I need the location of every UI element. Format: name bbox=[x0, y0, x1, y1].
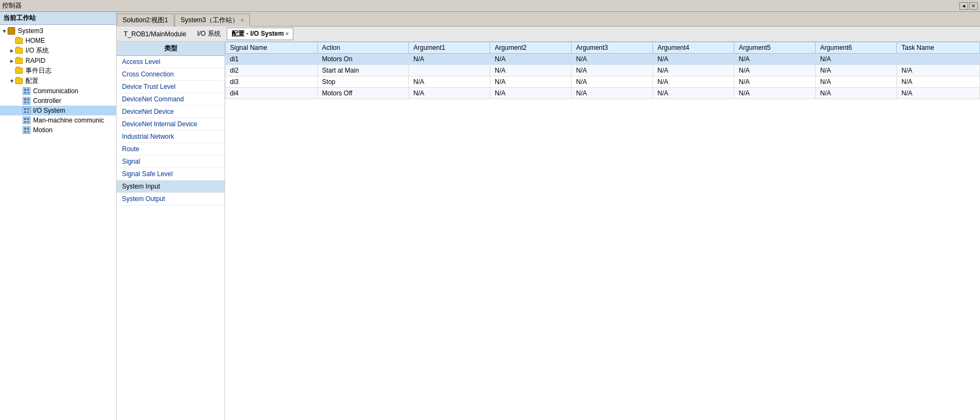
sidebar-label-io-system-cfg: I/O System bbox=[33, 107, 65, 114]
sidebar: 当前工作站 ▼System3HOME►I/O 系统►RAPID事件日志▼配置Co… bbox=[0, 12, 117, 420]
sidebar-label-event-log: 事件日志 bbox=[25, 66, 52, 75]
table-cell-1-5: N/A bbox=[653, 65, 734, 76]
category-item-signal-safe-level[interactable]: Signal Safe Level bbox=[117, 168, 225, 180]
table-cell-0-4: N/A bbox=[572, 54, 653, 65]
table-cell-0-5: N/A bbox=[653, 54, 734, 65]
tab-solution2[interactable]: Solution2:视图1 bbox=[117, 14, 174, 27]
collapse-button[interactable]: ◄ bbox=[959, 2, 968, 10]
folder-icon-config bbox=[15, 77, 24, 86]
tab-close-system3[interactable]: × bbox=[241, 17, 244, 23]
grid-icon-man-machine bbox=[23, 116, 31, 125]
sidebar-label-motion: Motion bbox=[33, 126, 53, 134]
grid-icon-controller bbox=[23, 96, 31, 105]
sub-tab-io-sys[interactable]: I/O 系统 bbox=[192, 28, 225, 40]
data-panel: Signal NameActionArgument1Argument2Argum… bbox=[225, 42, 980, 420]
sidebar-label-controller: Controller bbox=[33, 97, 61, 105]
sidebar-label-communication: Communication bbox=[33, 87, 78, 95]
sidebar-item-communication[interactable]: Communication bbox=[0, 86, 116, 96]
category-header: 类型 bbox=[117, 42, 225, 56]
sub-tab-close-config-io[interactable]: × bbox=[285, 31, 289, 37]
table-cell-3-8: N/A bbox=[897, 88, 980, 99]
table-cell-2-8: N/A bbox=[897, 76, 980, 88]
table-cell-1-4: N/A bbox=[572, 65, 653, 76]
table-cell-1-6: N/A bbox=[734, 65, 816, 76]
table-row[interactable]: di2Start at MainN/AN/AN/AN/AN/AN/A bbox=[226, 65, 980, 76]
data-table: Signal NameActionArgument1Argument2Argum… bbox=[225, 42, 980, 99]
grid-icon-io-system-cfg bbox=[23, 106, 31, 115]
col-header-argument4: Argument4 bbox=[653, 42, 734, 54]
sub-tabs-row: T_ROB1/MainModuleI/O 系统配置 - I/O System× bbox=[117, 27, 980, 42]
sidebar-item-io-system-cfg[interactable]: I/O System bbox=[0, 106, 116, 115]
sub-tab-t-rob1[interactable]: T_ROB1/MainModule bbox=[119, 29, 191, 40]
sidebar-item-event-log[interactable]: 事件日志 bbox=[0, 66, 116, 76]
table-cell-0-8 bbox=[897, 54, 980, 65]
table-cell-3-2: N/A bbox=[409, 88, 490, 99]
col-header-argument6: Argument6 bbox=[816, 42, 897, 54]
table-cell-2-5: N/A bbox=[653, 76, 734, 88]
table-cell-3-7: N/A bbox=[816, 88, 897, 99]
category-item-access-level[interactable]: Access Level bbox=[117, 56, 225, 68]
col-header-signal-name: Signal Name bbox=[226, 42, 318, 54]
table-row[interactable]: di1Motors OnN/AN/AN/AN/AN/AN/A bbox=[226, 54, 980, 65]
category-item-system-output[interactable]: System Output bbox=[117, 193, 225, 205]
category-item-devicenet-device[interactable]: DeviceNet Device bbox=[117, 106, 225, 118]
category-item-system-input[interactable]: System Input bbox=[117, 180, 225, 193]
table-cell-0-1: Motors On bbox=[317, 54, 408, 65]
top-bar: 控制器 ◄ ✕ bbox=[0, 0, 980, 12]
sidebar-label-rapid: RAPID bbox=[25, 57, 46, 64]
category-item-cross-connection[interactable]: Cross Connection bbox=[117, 68, 225, 81]
sidebar-header: 当前工作站 bbox=[0, 12, 116, 25]
table-cell-0-6: N/A bbox=[734, 54, 816, 65]
table-cell-3-6: N/A bbox=[734, 88, 816, 99]
table-cell-1-2 bbox=[409, 65, 490, 76]
category-panel: 类型 Access LevelCross ConnectionDevice Tr… bbox=[117, 42, 225, 420]
category-item-signal[interactable]: Signal bbox=[117, 156, 225, 168]
table-row[interactable]: di3StopN/AN/AN/AN/AN/AN/AN/A bbox=[226, 76, 980, 88]
tree-arrow-system3: ▼ bbox=[1, 28, 8, 34]
category-item-industrial-network[interactable]: Industrial Network bbox=[117, 131, 225, 143]
sidebar-label-system3: System3 bbox=[18, 27, 43, 35]
category-list: Access LevelCross ConnectionDevice Trust… bbox=[117, 56, 225, 205]
table-cell-1-8: N/A bbox=[897, 65, 980, 76]
table-cell-0-7: N/A bbox=[816, 54, 897, 65]
category-item-device-trust-level[interactable]: Device Trust Level bbox=[117, 81, 225, 93]
category-item-devicenet-internal[interactable]: DeviceNet Internal Device bbox=[117, 118, 225, 131]
table-cell-2-3: N/A bbox=[490, 76, 572, 88]
table-cell-3-0: di4 bbox=[226, 88, 318, 99]
sidebar-label-io-system-node: I/O 系统 bbox=[25, 46, 49, 55]
table-cell-1-0: di2 bbox=[226, 65, 318, 76]
table-cell-1-3: N/A bbox=[490, 65, 572, 76]
sidebar-label-man-machine: Man-machine communic bbox=[33, 117, 104, 124]
tab-system3[interactable]: System3（工作站）× bbox=[175, 14, 250, 27]
top-bar-controls: ◄ ✕ bbox=[959, 2, 978, 10]
table-cell-0-2: N/A bbox=[409, 54, 490, 65]
close-button[interactable]: ✕ bbox=[969, 2, 978, 10]
table-cell-2-2: N/A bbox=[409, 76, 490, 88]
sidebar-item-man-machine[interactable]: Man-machine communic bbox=[0, 115, 116, 125]
sidebar-item-system3[interactable]: ▼System3 bbox=[0, 26, 116, 36]
table-cell-3-4: N/A bbox=[572, 88, 653, 99]
category-item-devicenet-command[interactable]: DeviceNet Command bbox=[117, 93, 225, 106]
table-cell-0-0: di1 bbox=[226, 54, 318, 65]
table-cell-2-6: N/A bbox=[734, 76, 816, 88]
top-bar-title: 控制器 bbox=[2, 1, 22, 10]
table-cell-2-7: N/A bbox=[816, 76, 897, 88]
sidebar-item-rapid[interactable]: ►RAPID bbox=[0, 56, 116, 66]
table-row[interactable]: di4Motors OffN/AN/AN/AN/AN/AN/AN/A bbox=[226, 88, 980, 99]
sidebar-item-config[interactable]: ▼配置 bbox=[0, 76, 116, 86]
sidebar-item-io-system-node[interactable]: ►I/O 系统 bbox=[0, 46, 116, 56]
tree-arrow-io-system-node: ► bbox=[9, 48, 15, 54]
sub-tab-config-io[interactable]: 配置 - I/O System× bbox=[227, 28, 294, 40]
folder-icon-rapid bbox=[15, 56, 24, 65]
grid-icon-communication bbox=[23, 87, 31, 95]
sidebar-item-controller[interactable]: Controller bbox=[0, 96, 116, 106]
sidebar-tree: ▼System3HOME►I/O 系统►RAPID事件日志▼配置Communic… bbox=[0, 25, 116, 420]
sidebar-item-motion[interactable]: Motion bbox=[0, 125, 116, 135]
folder-icon-home bbox=[15, 36, 24, 45]
category-item-route[interactable]: Route bbox=[117, 143, 225, 156]
content-area: Solution2:视图1System3（工作站）× T_ROB1/MainMo… bbox=[117, 12, 980, 420]
col-header-argument5: Argument5 bbox=[734, 42, 816, 54]
sidebar-label-home: HOME bbox=[25, 37, 45, 44]
sidebar-item-home[interactable]: HOME bbox=[0, 36, 116, 46]
col-header-argument1: Argument1 bbox=[409, 42, 490, 54]
